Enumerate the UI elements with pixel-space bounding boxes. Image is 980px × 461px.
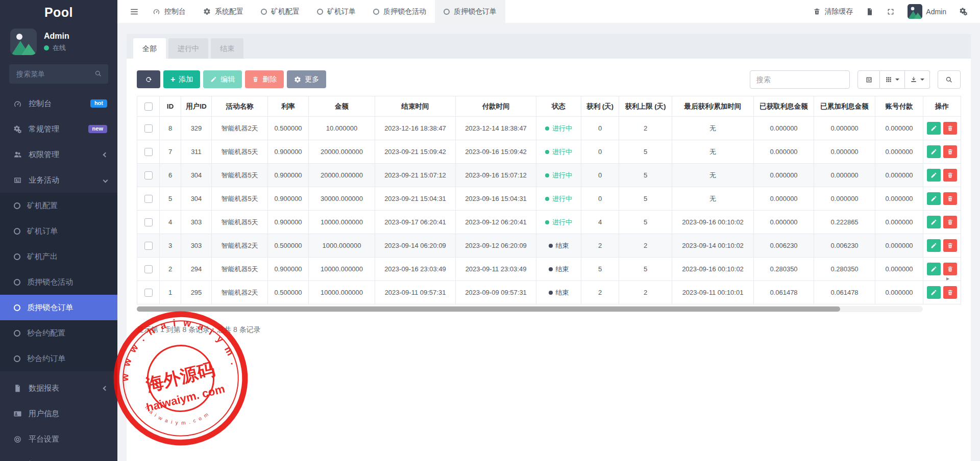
- cell-amount: 10000.000000: [309, 258, 375, 281]
- cell-interest_acc: 0.000000: [814, 187, 875, 211]
- filter-tab-全部[interactable]: 全部: [133, 38, 166, 59]
- cell-profit_days: 5: [581, 258, 619, 281]
- cell-account_pay: 0.000000: [875, 211, 923, 234]
- row-checkbox[interactable]: [144, 195, 153, 203]
- fullscreen-icon[interactable]: [887, 8, 895, 16]
- row-delete-button[interactable]: [943, 263, 957, 275]
- filter-tab-结束[interactable]: 结束: [211, 38, 243, 59]
- status-badge: 进行中: [545, 124, 572, 133]
- sidebar-item-业务活动[interactable]: 业务活动: [0, 167, 117, 193]
- edit-button-label: 编辑: [220, 75, 235, 84]
- hamburger-icon[interactable]: [130, 7, 139, 16]
- row-edit-button[interactable]: [927, 216, 941, 228]
- cell-id: 2: [160, 258, 181, 281]
- sidebar-subitem-矿机产出[interactable]: 矿机产出: [0, 244, 117, 269]
- row-delete-button[interactable]: [943, 286, 957, 299]
- sidebar-item-数据报表[interactable]: 数据报表: [0, 375, 117, 401]
- row-checkbox[interactable]: [144, 148, 153, 156]
- row-delete-button[interactable]: [943, 169, 957, 182]
- sidebar-item-控制台[interactable]: 控制台hot: [0, 91, 117, 116]
- table-row: 3303智能机器2天0.5000001000.0000002023-09-14 …: [137, 234, 961, 258]
- circle-icon: [373, 9, 379, 15]
- row-delete-button[interactable]: [943, 239, 957, 252]
- edit-button[interactable]: 编辑: [203, 70, 242, 88]
- columns-button[interactable]: [880, 70, 905, 89]
- cell-last_time: 无: [672, 140, 754, 164]
- row-edit-button[interactable]: [927, 122, 941, 135]
- profile-status: 在线: [44, 43, 69, 53]
- sidebar-item-记录[interactable]: 记录: [0, 452, 117, 461]
- row-delete-button[interactable]: [943, 192, 957, 205]
- horizontal-scrollbar[interactable]: [137, 306, 923, 312]
- cell-profit_limit: 5: [619, 140, 672, 164]
- sidebar-subitem-矿机配置[interactable]: 矿机配置: [0, 193, 117, 218]
- row-checkbox[interactable]: [144, 218, 153, 226]
- circle-icon: [261, 9, 267, 15]
- status-label: 进行中: [552, 171, 572, 180]
- row-edit-button[interactable]: [927, 263, 941, 275]
- sidebar-item-用户信息[interactable]: 用户信息: [0, 401, 117, 426]
- cell-status: 进行中: [536, 117, 581, 140]
- caret-down-icon: [920, 79, 924, 83]
- circle-icon: [14, 253, 20, 260]
- cell-name: 智能机器5天: [212, 164, 268, 187]
- topbar-tab-矿机订单[interactable]: 矿机订单: [308, 0, 364, 23]
- table-search-input[interactable]: [750, 70, 850, 89]
- topbar-tab-质押锁仓活动[interactable]: 质押锁仓活动: [364, 0, 435, 23]
- delete-button[interactable]: 删除: [245, 70, 284, 88]
- sidebar-subitem-秒合约配置[interactable]: 秒合约配置: [0, 320, 117, 346]
- cell-profit_days: 2: [581, 234, 619, 258]
- sidebar-item-平台设置[interactable]: 平台设置: [0, 426, 117, 452]
- row-checkbox[interactable]: [144, 124, 153, 133]
- user-menu[interactable]: Admin: [908, 4, 946, 19]
- status-label: 进行中: [552, 147, 572, 157]
- cell-profit_days: 2: [581, 281, 619, 304]
- cell-rate: 0.900000: [268, 187, 309, 211]
- add-button[interactable]: + 添加: [163, 70, 200, 88]
- row-checkbox[interactable]: [144, 265, 153, 273]
- search-submit-button[interactable]: [938, 70, 961, 89]
- topbar-tab-系统配置[interactable]: 系统配置: [194, 0, 252, 23]
- topbar-tab-质押锁仓订单[interactable]: 质押锁仓订单: [435, 0, 505, 23]
- log-icon[interactable]: [866, 8, 874, 16]
- row-checkbox[interactable]: [144, 171, 153, 180]
- sidebar-subitem-矿机订单[interactable]: 矿机订单: [0, 218, 117, 244]
- sidebar-item-label: 用户信息: [29, 409, 59, 419]
- row-checkbox[interactable]: [144, 289, 153, 297]
- row-edit-button[interactable]: [927, 169, 941, 182]
- column-header-结束时间: 结束时间: [375, 96, 456, 117]
- filter-tab-进行中[interactable]: 进行中: [168, 38, 208, 59]
- row-delete-button[interactable]: [943, 122, 957, 135]
- refresh-button[interactable]: [137, 70, 160, 88]
- row-delete-button[interactable]: [943, 216, 957, 228]
- topbar-tab-控制台[interactable]: 控制台: [144, 0, 194, 23]
- more-button[interactable]: 更多: [287, 70, 326, 88]
- settings-gears-icon[interactable]: [959, 7, 968, 16]
- menu-search-input[interactable]: [9, 64, 108, 84]
- cell-end_time: 2023-12-16 18:38:47: [375, 117, 456, 140]
- sidebar-subitem-质押锁仓活动[interactable]: 质押锁仓活动: [0, 269, 117, 295]
- cell-last_time: 无: [672, 117, 754, 140]
- sidebar-subitem-质押锁仓订单[interactable]: 质押锁仓订单: [0, 295, 117, 320]
- sidebar-item-常规管理[interactable]: 常规管理new: [0, 116, 117, 142]
- export-button[interactable]: [905, 70, 930, 89]
- clear-cache-button[interactable]: 清除缓存: [813, 7, 853, 16]
- cell-account_pay: 0.000000: [875, 117, 923, 140]
- sidebar-item-权限管理[interactable]: 权限管理: [0, 142, 117, 167]
- row-checkbox[interactable]: [144, 242, 153, 250]
- row-edit-button[interactable]: [927, 286, 941, 299]
- row-delete-button[interactable]: [943, 145, 957, 158]
- topbar-tab-矿机配置[interactable]: 矿机配置: [252, 0, 308, 23]
- cell-pay_time: 2023-09-16 15:04:31: [456, 187, 536, 211]
- menu-search: [9, 64, 108, 84]
- sidebar-item-label: 常规管理: [29, 124, 59, 134]
- scroll-right-arrow[interactable]: ▸: [946, 275, 949, 282]
- row-edit-button[interactable]: [927, 145, 941, 158]
- topbar-tab-label: 控制台: [164, 7, 186, 16]
- detail-view-button[interactable]: [857, 70, 880, 89]
- row-edit-button[interactable]: [927, 192, 941, 205]
- select-all-checkbox[interactable]: [144, 103, 153, 111]
- sidebar-subitem-秒合约订单[interactable]: 秒合约订单: [0, 346, 117, 371]
- row-edit-button[interactable]: [927, 239, 941, 252]
- scrollbar-thumb[interactable]: [137, 306, 840, 312]
